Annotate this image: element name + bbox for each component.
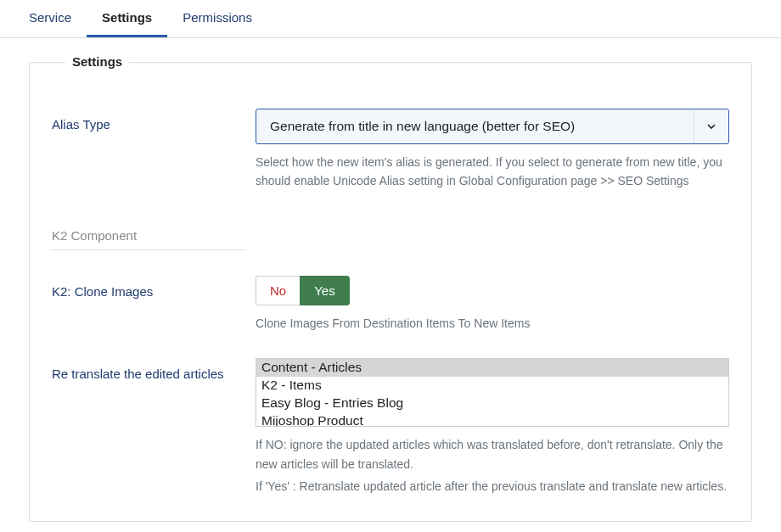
clone-images-yes-button[interactable]: Yes <box>300 276 349 305</box>
list-item[interactable]: Mijoshop Product <box>256 412 728 427</box>
retranslate-label: Re translate the edited articles <box>52 358 256 381</box>
retranslate-control: Content - Articles K2 - Items Easy Blog … <box>256 358 729 496</box>
list-item[interactable]: Easy Blog - Entries Blog <box>256 395 728 412</box>
tab-service[interactable]: Service <box>14 0 87 37</box>
list-item[interactable]: Content - Articles <box>256 359 728 377</box>
alias-type-label: Alias Type <box>52 109 256 132</box>
retranslate-multiselect[interactable]: Content - Articles K2 - Items Easy Blog … <box>256 358 729 427</box>
clone-images-control: No Yes Clone Images From Destination Ite… <box>256 276 729 333</box>
alias-type-help: Select how the new item's alias is gener… <box>256 153 729 191</box>
content-area: Settings Alias Type Generate from title … <box>0 38 781 532</box>
alias-type-select[interactable]: Generate from title in new language (bet… <box>256 109 729 144</box>
tab-settings[interactable]: Settings <box>87 0 167 37</box>
alias-type-control: Generate from title in new language (bet… <box>256 109 729 191</box>
settings-fieldset: Settings Alias Type Generate from title … <box>29 62 752 522</box>
list-item[interactable]: K2 - Items <box>256 377 728 395</box>
clone-images-help: Clone Images From Destination Items To N… <box>256 314 729 333</box>
retranslate-help-1: If NO: ignore the updated articles which… <box>256 435 729 473</box>
alias-type-row: Alias Type Generate from title in new la… <box>52 109 729 191</box>
chevron-down-icon <box>694 109 728 143</box>
tab-bar: Service Settings Permissions <box>0 0 781 38</box>
k2-section-header: K2 Component <box>52 228 245 250</box>
fieldset-legend: Settings <box>65 54 129 69</box>
tab-permissions[interactable]: Permissions <box>167 0 267 37</box>
retranslate-help-2: If 'Yes' : Retranslate updated article a… <box>256 477 729 496</box>
clone-images-row: K2: Clone Images No Yes Clone Images Fro… <box>52 276 729 333</box>
clone-images-label: K2: Clone Images <box>52 276 256 299</box>
clone-images-toggle: No Yes <box>256 276 350 305</box>
retranslate-row: Re translate the edited articles Content… <box>52 358 729 496</box>
alias-type-value: Generate from title in new language (bet… <box>270 119 694 134</box>
clone-images-no-button[interactable]: No <box>256 276 300 305</box>
